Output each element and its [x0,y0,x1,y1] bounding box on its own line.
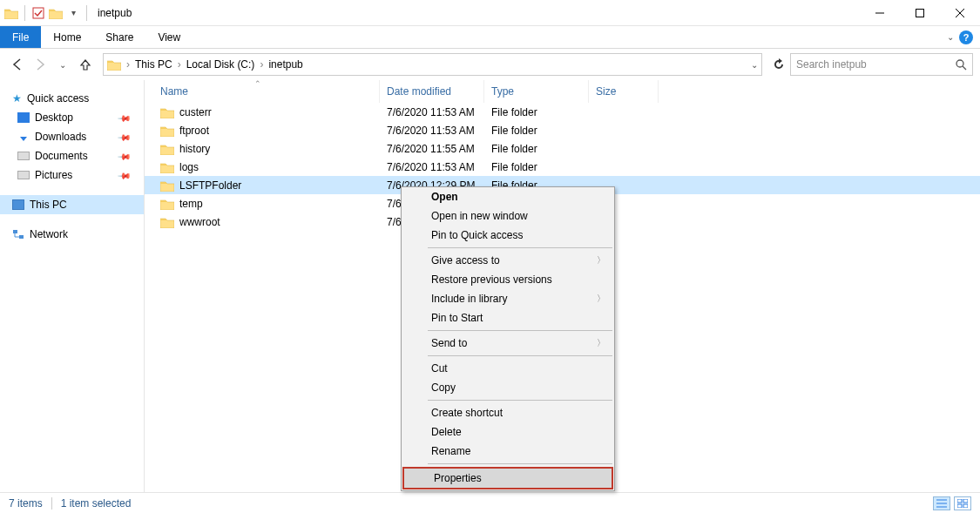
tab-view[interactable]: View [145,26,193,48]
pin-icon: 📌 [118,111,132,125]
title-bar: ▾ inetpub [0,0,980,26]
ctx-create-shortcut[interactable]: Create shortcut [402,403,614,422]
sidebar-quick-access[interactable]: ★ Quick access [0,89,144,108]
column-header-type[interactable]: Type [484,80,589,103]
chevron-right-icon: 〉 [597,337,605,349]
svg-rect-8 [19,235,24,239]
ctx-pin-quick-access[interactable]: Pin to Quick access [402,226,614,245]
breadcrumb-this-pc[interactable]: This PC [132,58,176,71]
sidebar-item-downloads[interactable]: Downloads 📌 [0,127,144,146]
ctx-send-to[interactable]: Send to〉 [402,334,614,353]
ctx-cut[interactable]: Cut [402,359,614,378]
sidebar-item-label: Documents [35,150,88,162]
sidebar-item-desktop[interactable]: Desktop 📌 [0,108,144,127]
maximize-button[interactable] [900,0,940,26]
folder-icon [160,143,174,155]
file-name: history [179,143,210,155]
search-input[interactable]: Search inetpub [790,53,973,76]
breadcrumb-drive-c[interactable]: Local Disk (C:) [183,58,259,71]
tab-share[interactable]: Share [93,26,145,48]
ctx-separator [428,355,612,356]
file-name: LSFTPFolder [179,179,241,192]
svg-rect-14 [957,504,962,508]
chevron-right-icon[interactable]: › [176,58,183,71]
view-details-button[interactable] [933,496,950,510]
folder-icon [3,5,19,21]
ctx-delete[interactable]: Delete [402,422,614,442]
downloads-icon [17,132,30,142]
address-bar[interactable]: › This PC › Local Disk (C:) › inetpub ⌄ [103,53,762,76]
column-header-name[interactable]: Name [153,80,380,103]
column-header-date[interactable]: Date modified [380,80,484,103]
ctx-open[interactable]: Open [402,187,614,206]
status-bar: 7 items 1 item selected [0,492,980,513]
table-row[interactable]: logs7/6/2020 11:53 AMFile folder [145,158,980,176]
file-name: custerr [179,106,212,118]
address-history-icon[interactable]: ⌄ [751,60,758,70]
nav-up-button[interactable] [75,54,96,75]
chevron-right-icon[interactable]: › [258,58,265,71]
ctx-properties[interactable]: Properties [404,469,612,488]
column-header-size[interactable]: Size [589,80,659,103]
sidebar-item-documents[interactable]: Documents 📌 [0,146,144,165]
nav-recent-button[interactable]: ⌄ [52,54,73,75]
sidebar-this-pc[interactable]: This PC [0,195,144,214]
qa-check-icon[interactable] [30,5,46,21]
qa-customize-icon[interactable]: ▾ [65,5,81,21]
file-name: ftproot [179,125,209,137]
sidebar-network[interactable]: Network [0,225,144,244]
ctx-restore-versions[interactable]: Restore previous versions [402,270,614,289]
file-name: wwwroot [179,216,220,228]
ctx-give-access[interactable]: Give access to〉 [402,251,614,270]
status-item-count: 7 items [9,497,43,510]
nav-forward-button[interactable] [30,54,51,75]
ribbon-expand-icon[interactable]: ⌄ [947,32,954,42]
file-type: File folder [484,121,589,139]
tab-file[interactable]: File [0,26,41,48]
folder-icon [160,125,174,137]
column-headers: ⌃ Name Date modified Type Size [145,80,980,103]
close-button[interactable] [940,0,980,26]
table-row[interactable]: ftproot7/6/2020 11:53 AMFile folder [145,121,980,139]
pin-icon: 📌 [118,149,132,163]
ctx-rename[interactable]: Rename [402,442,614,461]
table-row[interactable]: history7/6/2020 11:55 AMFile folder [145,139,980,158]
nav-back-button[interactable] [7,54,28,75]
breadcrumb-inetpub[interactable]: inetpub [265,58,306,71]
refresh-button[interactable] [769,54,788,75]
folder-icon [160,216,174,228]
help-icon[interactable]: ? [959,30,973,44]
search-placeholder: Search inetpub [796,58,955,71]
ctx-include-library[interactable]: Include in library〉 [402,289,614,308]
svg-rect-2 [916,9,924,17]
file-type: File folder [484,139,589,158]
sidebar-item-pictures[interactable]: Pictures 📌 [0,165,144,185]
folder-icon [160,198,174,210]
nav-bar: ⌄ › This PC › Local Disk (C:) › inetpub … [0,49,980,80]
nav-pane: ★ Quick access Desktop 📌 Downloads 📌 Doc… [0,80,145,492]
svg-rect-7 [13,230,17,233]
chevron-right-icon[interactable]: › [125,58,132,71]
ctx-open-new-window[interactable]: Open in new window [402,206,614,226]
pin-icon: 📌 [118,130,132,144]
ribbon: File Home Share View ⌄ ? [0,26,980,49]
svg-rect-15 [963,504,968,508]
table-row[interactable]: custerr7/6/2020 11:53 AMFile folder [145,103,980,121]
minimize-button[interactable] [860,0,900,26]
view-large-icons-button[interactable] [954,496,971,510]
ctx-pin-start[interactable]: Pin to Start [402,308,614,327]
ctx-copy[interactable]: Copy [402,378,614,397]
qa-folder-icon[interactable] [48,5,64,21]
folder-icon [160,106,174,118]
file-size [589,139,659,158]
file-date: 7/6/2020 11:53 AM [380,103,484,121]
file-size [589,121,659,139]
pin-icon: 📌 [118,168,132,182]
ctx-label: Include in library [431,293,507,305]
documents-icon [17,152,30,160]
tab-home[interactable]: Home [41,26,93,48]
network-icon [12,229,24,240]
file-size [589,103,659,121]
ctx-separator [428,330,612,331]
window-title: inetpub [98,7,132,19]
